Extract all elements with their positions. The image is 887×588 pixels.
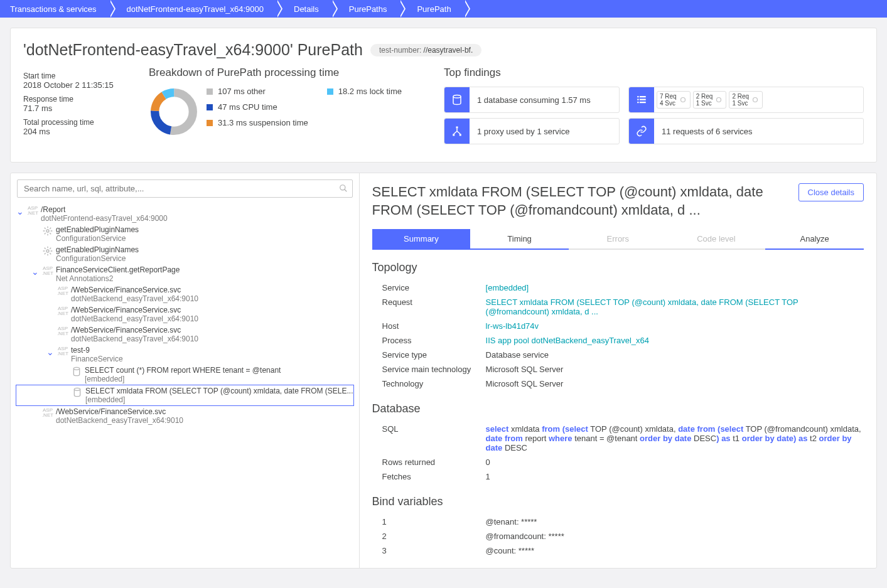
close-details-button[interactable]: Close details (798, 183, 864, 201)
finding-requests[interactable]: 11 requests of 6 services (628, 118, 864, 144)
tree-item-title: SELECT xmldata FROM (SELECT TOP (@count)… (85, 387, 353, 395)
svg-rect-5 (637, 96, 638, 97)
tree-item-title: /WebService/FinanceService.svc (56, 407, 354, 416)
tree-item[interactable]: ASP.NET/WebService/FinanceService.svcdot… (16, 324, 354, 345)
request-label: Request (382, 297, 486, 316)
svg-point-18 (46, 230, 49, 232)
legend-label: 31.3 ms suspension time (218, 118, 308, 127)
finding-database-text: 1 database consuming 1.57 ms (470, 95, 598, 105)
breadcrumb-item[interactable]: dotNetFrontend-easyTravel_x64:9000 (109, 0, 276, 18)
host-value[interactable]: lr-ws-lb41d74v (486, 321, 539, 331)
req-svc-chip: 2 Req1 Svc (693, 91, 727, 109)
req-svc-chip: 2 Req1 Svc (729, 91, 763, 109)
bind-var-value: @fromandcount: ***** (486, 532, 864, 541)
split-panel: ⌄ASP.NET/ReportdotNetFrontend-easyTravel… (10, 173, 877, 569)
legend-item: 31.3 ms suspension time (207, 118, 308, 127)
svg-point-19 (46, 250, 49, 252)
meta-column: Start time 2018 October 2 11:35:15 Respo… (23, 67, 130, 149)
search-icon (339, 184, 348, 193)
tree-item-title: /Report (41, 205, 354, 214)
purepath-tree: ⌄ASP.NET/ReportdotNetFrontend-easyTravel… (11, 204, 359, 436)
tree-item-title: test-9 (71, 346, 354, 355)
response-time-label: Response time (23, 95, 130, 104)
findings-title: Top findings (444, 67, 864, 79)
rows-label: Rows returned (382, 457, 486, 467)
tree-item-title: /WebService/FinanceService.svc (71, 286, 354, 294)
legend-swatch (327, 88, 333, 95)
breadcrumb-item[interactable]: Transactions & services (0, 0, 109, 18)
search-box (17, 179, 353, 198)
rows-value: 0 (486, 457, 864, 467)
legend-label: 107 ms other (218, 87, 266, 96)
detail-pane: SELECT xmldata FROM (SELECT TOP (@count)… (360, 173, 876, 568)
tree-pane: ⌄ASP.NET/ReportdotNetFrontend-easyTravel… (11, 173, 360, 568)
page-title: 'dotNetFrontend-easyTravel_x64:9000' Pur… (23, 41, 363, 59)
breadcrumb-item[interactable]: PurePath (399, 0, 463, 18)
breakdown-title: Breakdown of PurePath processing time (149, 67, 425, 79)
database-icon (444, 87, 470, 112)
detail-title: SELECT xmldata FROM (SELECT TOP (@count)… (372, 183, 788, 219)
tree-item-title: /WebService/FinanceService.svc (71, 306, 354, 314)
tab-errors: Errors (569, 229, 667, 250)
svc-icon (40, 245, 56, 256)
tab-timing[interactable]: Timing (470, 229, 569, 250)
legend-item: 47 ms CPU time (207, 102, 308, 112)
search-input[interactable] (17, 179, 353, 198)
service-value[interactable]: [embedded] (486, 283, 529, 292)
tree-item[interactable]: ⌄ASP.NETFinanceServiceClient.getReportPa… (16, 264, 354, 284)
breadcrumb-item[interactable]: Details (276, 0, 331, 18)
breakdown-column: Breakdown of PurePath processing time 10… (149, 67, 425, 149)
asp-icon: ASP.NET (40, 265, 56, 276)
svg-point-21 (74, 388, 80, 390)
total-time-label: Total processing time (23, 118, 130, 127)
service-type-value: Database service (486, 350, 864, 360)
tree-item[interactable]: ⌄ASP.NET/ReportdotNetFrontend-easyTravel… (16, 204, 354, 224)
start-time-label: Start time (23, 72, 130, 80)
tree-item[interactable]: ASP.NET/WebService/FinanceService.svcdot… (16, 284, 354, 304)
tree-item[interactable]: ⌄ASP.NETtest-9FinanceService (16, 345, 354, 365)
asp-icon: ASP.NET (55, 326, 71, 336)
svg-point-17 (340, 185, 345, 190)
tree-item[interactable]: getEnabledPluginNamesConfigurationServic… (16, 244, 354, 264)
breadcrumb: Transactions & servicesdotNetFrontend-ea… (0, 0, 887, 18)
svg-point-3 (155, 93, 193, 131)
chevron-down-icon[interactable]: ⌄ (46, 346, 55, 358)
tree-item[interactable]: SELECT xmldata FROM (SELECT TOP (@count)… (16, 385, 354, 406)
topology-title: Topology (372, 261, 864, 274)
finding-requests-breakdown[interactable]: 7 Req4 Svc2 Req1 Svc2 Req1 Svc (628, 87, 864, 113)
tree-item-subtitle: dotNetBackend_easyTravel_x64:9010 (71, 294, 354, 303)
breadcrumb-item[interactable]: PurePaths (331, 0, 400, 18)
tree-item-subtitle: dotNetFrontend-easyTravel_x64:9000 (41, 214, 354, 223)
svg-point-13 (753, 98, 758, 102)
db-icon (69, 387, 85, 397)
legend-label: 47 ms CPU time (218, 102, 277, 112)
chips-container: 7 Req4 Svc2 Req1 Svc2 Req1 Svc (654, 88, 765, 111)
svg-point-11 (680, 98, 685, 102)
svg-point-4 (453, 95, 461, 99)
svg-rect-7 (637, 99, 638, 100)
finding-database[interactable]: 1 database consuming 1.57 ms (444, 87, 620, 113)
chevron-down-icon[interactable]: ⌄ (31, 265, 40, 278)
detail-tabs: SummaryTimingErrorsCode levelAnalyze (372, 229, 864, 250)
link-icon (629, 119, 654, 144)
sql-label: SQL (382, 424, 486, 452)
tree-item-title: FinanceServiceClient.getReportPage (56, 265, 354, 274)
svg-rect-14 (456, 127, 458, 129)
request-value[interactable]: SELECT xmldata FROM (SELECT TOP (@count)… (486, 297, 798, 316)
tree-item[interactable]: SELECT count (*) FROM report WHERE tenan… (16, 365, 354, 385)
tree-item[interactable]: ASP.NET/WebService/FinanceService.svcdot… (16, 304, 354, 324)
svg-rect-9 (637, 102, 638, 103)
bind-vars-title: Bind variables (372, 495, 864, 508)
tab-summary[interactable]: Summary (372, 229, 471, 250)
process-value[interactable]: IIS app pool dotNetBackend_easyTravel_x6… (486, 336, 649, 345)
finding-proxy[interactable]: 1 proxy used by 1 service (444, 118, 620, 144)
tree-item-title: getEnabledPluginNames (56, 245, 354, 254)
chevron-down-icon[interactable]: ⌄ (16, 205, 24, 218)
tab-analyze[interactable]: Analyze (765, 229, 864, 250)
sql-value: select xmldata from (select TOP (@count)… (486, 424, 864, 452)
legend-swatch (207, 88, 213, 95)
tree-item[interactable]: getEnabledPluginNamesConfigurationServic… (16, 224, 354, 244)
breakdown-legend: 107 ms other47 ms CPU time31.3 ms suspen… (207, 87, 402, 137)
tree-item[interactable]: ASP.NET/WebService/FinanceService.svcdot… (16, 406, 354, 426)
total-time-value: 204 ms (23, 127, 130, 136)
